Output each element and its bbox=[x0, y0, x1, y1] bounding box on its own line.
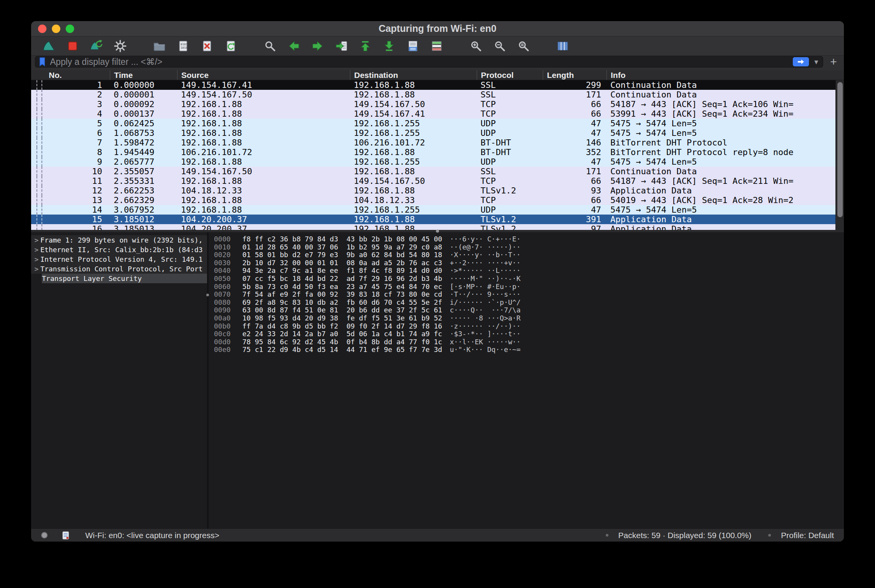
packet-row[interactable]: 14 3.067952 192.168.1.88 192.168.1.255 U… bbox=[31, 205, 844, 215]
hex-row[interactable]: 0070 7f 54 af e9 2f fa 00 92 39 83 18 cf… bbox=[214, 291, 844, 299]
reload-file-button[interactable] bbox=[222, 38, 240, 55]
hex-row[interactable]: 0090 63 00 8d 87 f4 51 0e 81 20 b6 dd ee… bbox=[214, 306, 844, 314]
detail-row[interactable]: > Ethernet II, Src: Calix_bb:2b:1b (84:d… bbox=[31, 245, 207, 254]
packet-row[interactable]: 10 2.355057 149.154.167.50 192.168.1.88 … bbox=[31, 167, 844, 176]
zoom-in-button[interactable] bbox=[467, 38, 485, 55]
packet-row[interactable]: 6 1.068753 192.168.1.88 192.168.1.255 UD… bbox=[31, 128, 844, 138]
expander-icon[interactable]: > bbox=[31, 245, 40, 254]
hex-row[interactable]: 00c0 e2 24 33 2d 14 2a b7 a0 5d 06 1a c4… bbox=[214, 330, 844, 338]
zoom-out-button[interactable] bbox=[491, 38, 509, 55]
minimize-window-button[interactable] bbox=[52, 25, 60, 33]
go-back-button[interactable] bbox=[285, 38, 303, 55]
close-window-button[interactable] bbox=[38, 25, 46, 33]
packet-row[interactable]: 15 3.185012 104.20.200.37 192.168.1.88 T… bbox=[31, 215, 844, 224]
titlebar[interactable]: Capturing from Wi-Fi: en0 bbox=[31, 21, 844, 36]
zoom-window-button[interactable] bbox=[66, 25, 74, 33]
zoom-reset-button[interactable] bbox=[514, 38, 533, 55]
packet-row[interactable]: 7 1.598472 192.168.1.88 106.216.101.72 B… bbox=[31, 138, 844, 147]
hex-row[interactable]: 0020 01 58 01 bb d2 e7 79 e3 9b a0 62 84… bbox=[214, 251, 844, 259]
splitter-grip[interactable] bbox=[436, 230, 439, 233]
packet-row[interactable]: 5 0.062425 192.168.1.88 192.168.1.255 UD… bbox=[31, 119, 844, 128]
hex-row[interactable]: 0000 f8 ff c2 36 b8 79 84 d3 43 bb 2b 1b… bbox=[214, 235, 844, 243]
packet-info: Application Data bbox=[607, 224, 844, 230]
column-header-destination[interactable]: Destination bbox=[350, 70, 477, 80]
bookmark-icon[interactable] bbox=[38, 57, 46, 67]
packet-info: Application Data bbox=[607, 215, 844, 224]
hex-row[interactable]: 0060 5b 8a 73 c0 4d 50 f3 ea 23 a7 45 75… bbox=[214, 283, 844, 291]
detail-row[interactable]: > Transmission Control Protocol, Src Por… bbox=[31, 264, 207, 274]
hex-row[interactable]: 00a0 10 98 f5 93 d4 20 d9 38 fe df f5 51… bbox=[214, 314, 844, 322]
packet-protocol: TLSv1.2 bbox=[477, 186, 543, 195]
go-to-packet-button[interactable] bbox=[332, 38, 351, 55]
auto-scroll-button[interactable] bbox=[404, 38, 422, 55]
packet-row[interactable]: 11 2.355331 192.168.1.88 149.154.167.50 … bbox=[31, 176, 844, 186]
column-header-time[interactable]: Time bbox=[110, 70, 177, 80]
go-forward-button[interactable] bbox=[308, 38, 327, 55]
packet-source: 192.168.1.88 bbox=[177, 119, 350, 128]
resize-columns-button[interactable] bbox=[554, 38, 572, 55]
arrow-up-icon bbox=[358, 40, 372, 53]
hex-row[interactable]: 0030 2b 10 d7 32 00 00 01 01 08 0a ad a5… bbox=[214, 259, 844, 267]
detail-row[interactable]: > Frame 1: 299 bytes on wire (2392 bits)… bbox=[31, 235, 207, 245]
packet-row[interactable]: 8 1.945449 106.216.101.72 192.168.1.88 B… bbox=[31, 147, 844, 157]
packet-row[interactable]: 9 2.065777 192.168.1.88 192.168.1.255 UD… bbox=[31, 157, 844, 167]
pane-splitter-horizontal[interactable] bbox=[31, 230, 844, 232]
display-filter-input[interactable]: Apply a display filter ... <⌘/> ▾ bbox=[35, 56, 823, 68]
packet-row[interactable]: 2 0.000001 149.154.167.50 192.168.1.88 S… bbox=[31, 90, 844, 99]
hex-offset: 0000 bbox=[214, 235, 242, 243]
packet-protocol: BT-DHT bbox=[477, 147, 543, 157]
packet-row[interactable]: 1 0.000000 149.154.167.41 192.168.1.88 S… bbox=[31, 80, 844, 90]
hex-row[interactable]: 00e0 75 c1 22 d9 4b c4 d5 14 44 71 ef 9e… bbox=[214, 346, 844, 354]
hex-row[interactable]: 00b0 ff 7a d4 c8 9b d5 bb f2 09 f0 2f 14… bbox=[214, 322, 844, 330]
packet-row[interactable]: 12 2.662253 104.18.12.33 192.168.1.88 TL… bbox=[31, 186, 844, 195]
column-header-no[interactable]: No. bbox=[31, 70, 110, 80]
column-header-protocol[interactable]: Protocol bbox=[477, 70, 543, 80]
packet-row[interactable]: 3 0.000092 192.168.1.88 149.154.167.50 T… bbox=[31, 99, 844, 109]
detail-row[interactable]: > Internet Protocol Version 4, Src: 149.… bbox=[31, 254, 207, 264]
packet-row[interactable]: 13 2.662329 192.168.1.88 104.18.12.33 TC… bbox=[31, 195, 844, 205]
open-file-button[interactable] bbox=[150, 38, 169, 55]
colorize-packets-button[interactable] bbox=[428, 38, 446, 55]
go-to-packet-icon bbox=[335, 40, 348, 53]
hex-offset: 0060 bbox=[214, 283, 242, 291]
pane-splitter-vertical[interactable] bbox=[207, 232, 209, 529]
column-header-source[interactable]: Source bbox=[177, 70, 350, 80]
add-filter-button[interactable]: + bbox=[827, 56, 840, 68]
splitter-grip[interactable] bbox=[206, 294, 209, 296]
expert-info-icon[interactable] bbox=[41, 532, 48, 538]
close-file-button[interactable] bbox=[198, 38, 216, 55]
hex-row[interactable]: 0040 94 3e 2a c7 9c a1 8e ee f1 8f 4c f8… bbox=[214, 267, 844, 275]
apply-filter-button[interactable] bbox=[793, 57, 809, 66]
hex-row[interactable]: 0050 07 cc f5 bc 18 4d bd 22 ad 7f 29 16… bbox=[214, 275, 844, 283]
save-file-button[interactable]: 0101 1010 bbox=[174, 38, 192, 55]
expander-icon[interactable]: > bbox=[31, 235, 40, 245]
packet-length: 66 bbox=[543, 99, 607, 109]
scrollbar-thumb[interactable] bbox=[837, 82, 843, 217]
filter-dropdown-chevron[interactable]: ▾ bbox=[813, 57, 820, 66]
find-packet-button[interactable] bbox=[261, 38, 279, 55]
packet-row[interactable]: 16 3.185013 104.20.200.37 192.168.1.88 T… bbox=[31, 224, 844, 230]
stop-capture-button[interactable] bbox=[63, 38, 82, 55]
hex-row[interactable]: 00d0 78 95 84 6c 92 d2 45 4b 0f b4 8b dd… bbox=[214, 338, 844, 346]
start-capture-button[interactable] bbox=[40, 38, 58, 55]
detail-row[interactable]: Transport Layer Security bbox=[42, 274, 207, 283]
restart-capture-button[interactable] bbox=[87, 38, 106, 55]
stop-icon bbox=[66, 40, 80, 53]
hex-row[interactable]: 0010 01 1d 28 65 40 00 37 06 1b b2 95 9a… bbox=[214, 243, 844, 251]
expander-icon[interactable]: > bbox=[31, 254, 40, 264]
packet-protocol: TLSv1.2 bbox=[477, 215, 543, 224]
packet-row[interactable]: 4 0.000137 192.168.1.88 149.154.167.41 T… bbox=[31, 109, 844, 119]
hex-row[interactable]: 0080 69 2f a8 9c 83 10 db a2 fb 60 d6 70… bbox=[214, 299, 844, 307]
profile-text[interactable]: Profile: Default bbox=[781, 531, 834, 540]
column-header-info[interactable]: Info bbox=[607, 70, 844, 80]
packet-list-scrollbar[interactable] bbox=[835, 80, 844, 230]
packet-length: 391 bbox=[543, 215, 607, 224]
hex-offset: 0030 bbox=[214, 259, 242, 267]
capture-options-button[interactable] bbox=[111, 38, 129, 55]
column-header-length[interactable]: Length bbox=[543, 70, 607, 80]
capture-file-properties-icon[interactable] bbox=[62, 531, 69, 540]
go-first-packet-button[interactable] bbox=[356, 38, 375, 55]
expander-icon[interactable]: > bbox=[31, 264, 40, 274]
go-last-packet-button[interactable] bbox=[380, 38, 398, 55]
lower-panes: > Frame 1: 299 bytes on wire (2392 bits)… bbox=[31, 232, 844, 529]
